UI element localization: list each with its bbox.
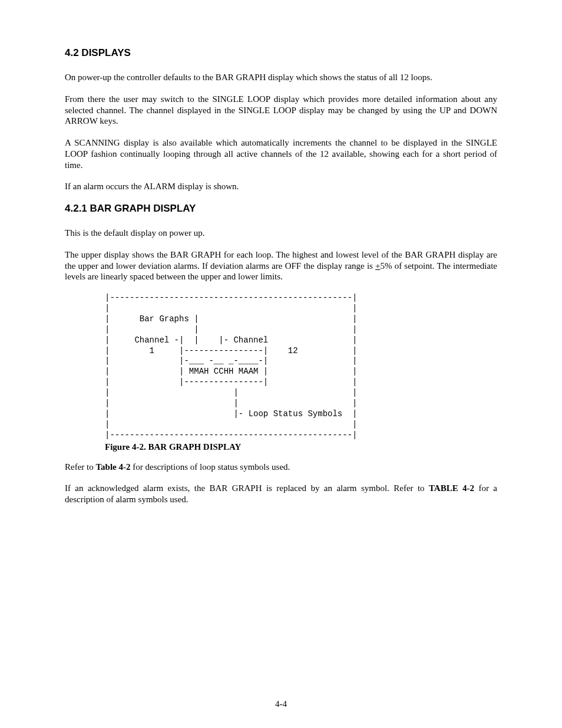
paragraph-barintro-2: The upper display shows the BAR GRAPH fo…: [65, 249, 497, 282]
section-heading: 4.2 DISPLAYS: [65, 47, 497, 59]
p8-part-a: If an acknowledged alarm exists, the BAR…: [65, 483, 429, 493]
paragraph-intro-4: If an alarm occurs the ALARM display is …: [65, 181, 497, 192]
ascii-diagram: |---------------------------------------…: [105, 293, 497, 441]
p7-bold: Table 4-2: [95, 462, 130, 472]
paragraph-intro-1: On power-up the controller defaults to t…: [65, 72, 497, 83]
paragraph-table-ref-1: Refer to Table 4-2 for descriptions of l…: [65, 462, 497, 473]
page-number: 4-4: [0, 699, 562, 709]
p7-part-a: Refer to: [65, 462, 95, 472]
p7-part-b: for descriptions of loop status symbols …: [131, 462, 290, 472]
paragraph-table-ref-2: If an acknowledged alarm exists, the BAR…: [65, 483, 497, 505]
p6-underline: +: [375, 261, 380, 271]
paragraph-intro-2: From there the user may switch to the SI…: [65, 94, 497, 127]
paragraph-barintro-1: This is the default display on power up.: [65, 228, 497, 239]
subsection-heading: 4.2.1 BAR GRAPH DISPLAY: [65, 203, 497, 215]
p8-bold: TABLE 4-2: [429, 483, 474, 493]
paragraph-intro-3: A SCANNING display is also available whi…: [65, 137, 497, 170]
figure-caption: Figure 4-2. BAR GRAPH DISPLAY: [105, 442, 497, 452]
